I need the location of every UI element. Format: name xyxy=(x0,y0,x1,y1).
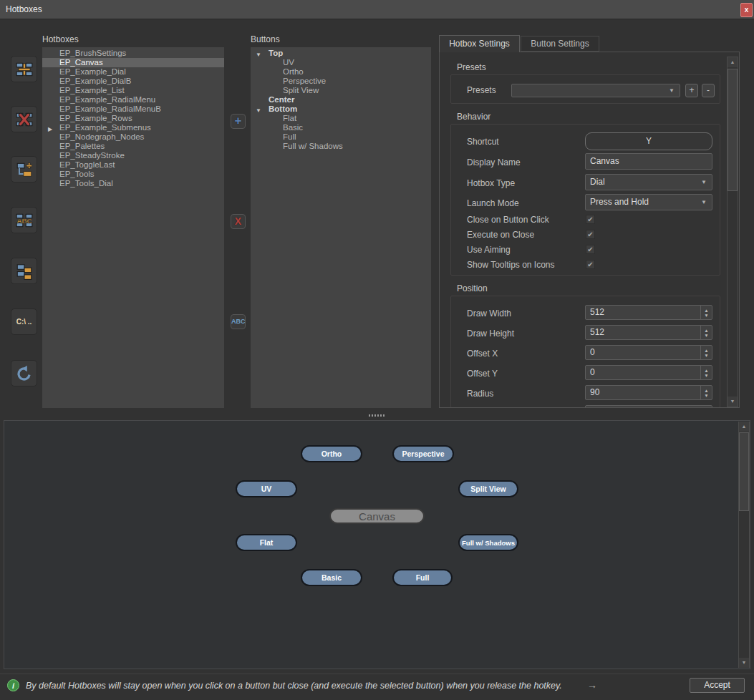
close-button[interactable]: x xyxy=(740,3,753,17)
spinner-arrows-icon[interactable]: ▲▼ xyxy=(700,366,712,379)
chevron-down-icon: ▼ xyxy=(701,175,707,190)
draw-height-label: Draw Height xyxy=(467,329,514,339)
preset-remove-button[interactable]: - xyxy=(702,84,715,97)
preview-button-flat[interactable]: Flat xyxy=(236,534,297,551)
list-item[interactable]: EP_Tools_Dial xyxy=(42,179,224,188)
spinner-arrows-icon[interactable]: ▲▼ xyxy=(700,326,712,339)
tree-item[interactable]: Split View xyxy=(251,86,431,95)
preset-add-button[interactable]: + xyxy=(685,84,698,97)
radius-spinbox[interactable]: 90 ▲▼ xyxy=(585,385,712,400)
preview-button-full-shadows[interactable]: Full w/ Shadows xyxy=(458,534,518,551)
scroll-up-icon[interactable]: ▲ xyxy=(739,422,749,432)
scroll-down-icon[interactable]: ▼ xyxy=(739,658,749,668)
scroll-down-icon[interactable]: ▼ xyxy=(728,397,738,407)
add-hotbox-icon xyxy=(15,60,34,79)
tree-item[interactable]: Flat xyxy=(251,114,431,123)
scroll-up-icon[interactable]: ▲ xyxy=(728,57,738,67)
tab-button-settings[interactable]: Button Settings xyxy=(521,36,599,52)
display-name-input[interactable]: Canvas xyxy=(585,153,712,170)
use-aiming-checkbox[interactable]: ✔ xyxy=(586,245,595,254)
list-item[interactable]: EP_Example_Rows xyxy=(42,114,224,123)
preview-button-basic[interactable]: Basic xyxy=(301,569,362,586)
reorder-hotbox-button[interactable] xyxy=(11,258,37,284)
rename-button[interactable]: ABC xyxy=(231,314,246,329)
hotbox-path-button[interactable]: C:\ .. xyxy=(11,308,37,335)
offset-x-spinbox[interactable]: 0 ▲▼ xyxy=(585,345,712,360)
list-item-selected[interactable]: EP_Canvas xyxy=(42,58,224,67)
settings-scrollbar[interactable]: ▲ ▼ xyxy=(727,57,738,407)
tree-group-top[interactable]: ▼Top xyxy=(251,49,431,58)
shortcut-label: Shortcut xyxy=(467,137,499,147)
tree-item[interactable]: UV xyxy=(251,58,431,67)
position-group: Draw Width 512 ▲▼ Draw Height 512 ▲▼ Off… xyxy=(450,296,720,408)
list-item[interactable]: EP_Example_List xyxy=(42,86,224,95)
draw-height-value: 512 xyxy=(590,327,604,337)
delete-button[interactable]: X xyxy=(231,214,246,229)
tab-hotbox-settings[interactable]: Hotbox Settings xyxy=(439,35,520,52)
preview-center-canvas[interactable]: Canvas xyxy=(329,508,425,524)
tree-label: Bottom xyxy=(269,104,297,113)
execute-on-close-checkbox[interactable]: ✔ xyxy=(586,230,595,239)
status-bar: i By default Hotboxes will stay open whe… xyxy=(0,674,754,700)
tree-item[interactable]: Perspective xyxy=(251,77,431,86)
tree-item[interactable]: Ortho xyxy=(251,67,431,77)
preview-scrollbar[interactable]: ▲ ▼ xyxy=(738,422,750,668)
list-item[interactable]: EP_ToggleLast xyxy=(42,160,224,170)
hotbox-type-dropdown[interactable]: Dial ▼ xyxy=(585,174,712,190)
list-item[interactable]: EP_Tools xyxy=(42,170,224,179)
add-button[interactable]: + xyxy=(231,114,246,129)
list-item[interactable]: EP_Example_DialB xyxy=(42,77,224,86)
launch-mode-dropdown[interactable]: Press and Hold ▼ xyxy=(585,194,712,210)
list-item[interactable]: EP_Example_RadialMenuB xyxy=(42,104,224,114)
draw-width-spinbox[interactable]: 512 ▲▼ xyxy=(585,305,712,320)
preview-button-ortho[interactable]: Ortho xyxy=(301,445,362,462)
list-item[interactable]: EP_Palettes xyxy=(42,142,224,151)
launch-mode-label: Launch Mode xyxy=(467,198,519,208)
preview-button-split-view[interactable]: Split View xyxy=(458,480,518,497)
rename-hotbox-button[interactable]: ABC xyxy=(11,207,37,233)
list-item[interactable]: EP_Nodegraph_Nodes xyxy=(42,132,224,142)
spinner-arrows-icon[interactable]: ▲▼ xyxy=(700,306,712,319)
tree-group-bottom[interactable]: ▼Bottom xyxy=(251,104,431,114)
preview-button-perspective[interactable]: Perspective xyxy=(392,445,454,462)
splitter-handle[interactable] xyxy=(369,414,385,417)
info-icon: i xyxy=(7,679,19,691)
rename-abc-icon: ABC xyxy=(15,211,34,230)
list-item[interactable]: EP_SteadyStroke xyxy=(42,151,224,160)
show-tooltips-checkbox[interactable]: ✔ xyxy=(586,260,595,269)
add-child-hotbox-button[interactable] xyxy=(11,156,37,183)
accept-button[interactable]: Accept xyxy=(690,678,745,693)
delete-hotbox-icon xyxy=(15,110,34,129)
list-item[interactable]: EP_Example_RadialMenu xyxy=(42,95,224,104)
spinner-arrows-icon[interactable]: ▲▼ xyxy=(700,346,712,359)
presets-dropdown[interactable]: ▼ xyxy=(511,84,680,97)
list-item[interactable]: EP_BrushSettings xyxy=(42,49,224,58)
preview-button-uv[interactable]: UV xyxy=(236,480,297,497)
spinner-arrows-icon[interactable]: ▲▼ xyxy=(700,386,712,399)
hotbox-preview: Ortho Perspective UV Split View Canvas F… xyxy=(4,420,750,669)
hotboxes-list: EP_BrushSettings EP_Canvas EP_Example_Di… xyxy=(42,47,224,408)
use-aiming-label: Use Aiming xyxy=(467,245,511,255)
close-on-click-checkbox[interactable]: ✔ xyxy=(586,215,595,224)
tree-group-center[interactable]: Center xyxy=(251,95,431,104)
draw-width-value: 512 xyxy=(590,307,604,317)
hotbox-settings-panel: Presets Presets ▼ + - Behavior Shortcut … xyxy=(439,52,740,408)
preview-scroll-thumb[interactable] xyxy=(739,432,749,511)
hotbox-type-label: Hotbox Type xyxy=(467,178,515,188)
list-item[interactable]: ▶EP_Example_Submenus xyxy=(42,123,224,132)
draw-height-spinbox[interactable]: 512 ▲▼ xyxy=(585,325,712,340)
tree-item[interactable]: Full xyxy=(251,132,431,142)
offset-y-spinbox[interactable]: 0 ▲▼ xyxy=(585,365,712,380)
shortcut-field[interactable]: Y xyxy=(585,132,712,150)
presets-section-label: Presets xyxy=(457,62,486,72)
tree-item[interactable]: Basic xyxy=(251,123,431,132)
list-item[interactable]: EP_Example_Dial xyxy=(42,67,224,77)
clipped-spinbox[interactable] xyxy=(585,405,712,408)
radius-value: 90 xyxy=(590,387,599,397)
tree-item[interactable]: Full w/ Shadows xyxy=(251,142,431,151)
preview-button-full[interactable]: Full xyxy=(392,569,453,586)
add-hotbox-button[interactable] xyxy=(11,56,37,82)
delete-hotbox-button[interactable] xyxy=(11,106,37,132)
reload-hotboxes-button[interactable] xyxy=(11,360,37,387)
settings-scroll-thumb[interactable] xyxy=(728,69,738,191)
